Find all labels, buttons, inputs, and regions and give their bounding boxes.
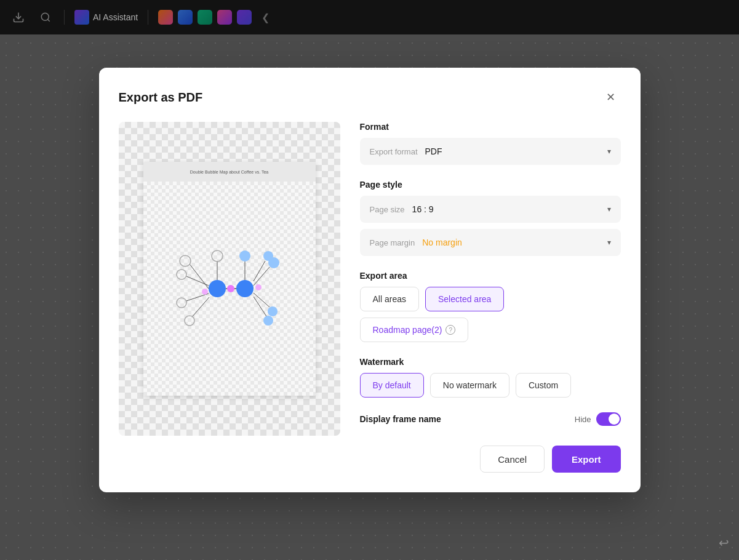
format-placeholder: Export format <box>370 147 418 156</box>
svg-point-15 <box>212 250 223 262</box>
svg-point-26 <box>239 250 250 262</box>
selected-area-button[interactable]: Selected area <box>425 287 504 311</box>
settings-panel: Format Export format PDF ▾ Page style <box>360 122 621 473</box>
by-default-button[interactable]: By default <box>360 373 424 398</box>
preview-page-content <box>143 182 316 396</box>
hide-toggle[interactable] <box>596 412 621 426</box>
close-button[interactable]: ✕ <box>601 87 621 107</box>
export-area-buttons: All areas Selected area <box>360 287 621 311</box>
svg-line-23 <box>254 297 266 316</box>
no-watermark-button[interactable]: No watermark <box>430 373 509 398</box>
format-value: PDF <box>425 146 442 156</box>
page-size-placeholder: Page size <box>370 205 405 214</box>
svg-point-7 <box>180 255 191 266</box>
custom-button[interactable]: Custom <box>516 373 571 398</box>
page-margin-placeholder: Page margin <box>370 238 415 247</box>
svg-line-8 <box>186 276 209 286</box>
svg-point-20 <box>263 251 273 261</box>
display-frame-section: Display frame name Hide <box>360 412 621 426</box>
format-dropdown-arrow: ▾ <box>607 147 611 156</box>
svg-line-19 <box>254 261 265 281</box>
preview-page-title: Double Bubble Map about Coffee vs. Tea <box>190 170 268 174</box>
page-margin-value: No margin <box>422 238 462 247</box>
svg-point-3 <box>209 280 226 297</box>
mindmap-diagram <box>168 227 291 350</box>
export-area-label: Export area <box>360 271 621 281</box>
page-style-section: Page style Page size 16 : 9 ▾ Page margi… <box>360 180 621 256</box>
watermark-buttons: By default No watermark Custom <box>360 373 621 398</box>
svg-line-17 <box>254 267 270 286</box>
svg-line-6 <box>190 264 209 289</box>
svg-point-27 <box>202 289 208 295</box>
svg-point-24 <box>263 316 273 326</box>
preview-container: Double Bubble Map about Coffee vs. Tea <box>119 122 340 436</box>
svg-point-9 <box>177 270 186 279</box>
page-style-label: Page style <box>360 180 621 190</box>
format-dropdown[interactable]: Export format PDF ▾ <box>360 138 621 165</box>
page-size-dropdown-arrow: ▾ <box>607 205 611 214</box>
action-buttons: Cancel Export <box>360 446 621 473</box>
modal-overlay: Export as PDF ✕ Double Bubble Map about … <box>0 0 739 560</box>
svg-point-22 <box>268 306 278 316</box>
roadmap-page-button[interactable]: Roadmap page(2) ? <box>360 318 469 342</box>
cancel-button[interactable]: Cancel <box>480 446 545 473</box>
preview-panel: Double Bubble Map about Coffee vs. Tea <box>119 122 340 473</box>
svg-point-4 <box>236 280 254 297</box>
page-margin-dropdown-arrow: ▾ <box>607 238 611 247</box>
watermark-label: Watermark <box>360 357 621 367</box>
svg-point-11 <box>177 298 186 308</box>
display-frame-label: Display frame name <box>360 414 441 424</box>
svg-point-13 <box>185 316 194 326</box>
modal-header: Export as PDF ✕ <box>119 87 621 107</box>
page-margin-dropdown[interactable]: Page margin No margin ▾ <box>360 229 621 256</box>
svg-point-16 <box>227 285 234 292</box>
svg-line-12 <box>193 297 209 316</box>
page-size-dropdown[interactable]: Page size 16 : 9 ▾ <box>360 196 621 223</box>
svg-point-28 <box>255 284 262 290</box>
export-area-section: Export area All areas Selected area Road… <box>360 271 621 342</box>
page-size-value: 16 : 9 <box>412 204 434 214</box>
roadmap-label: Roadmap page(2) <box>373 325 442 335</box>
info-icon: ? <box>445 325 455 335</box>
modal-title: Export as PDF <box>119 90 203 105</box>
format-section: Format Export format PDF ▾ <box>360 122 621 165</box>
hide-label: Hide <box>575 415 591 424</box>
export-modal: Export as PDF ✕ Double Bubble Map about … <box>99 68 641 492</box>
format-label: Format <box>360 122 621 132</box>
modal-body: Double Bubble Map about Coffee vs. Tea <box>119 122 621 473</box>
preview-page-header: Double Bubble Map about Coffee vs. Tea <box>143 162 316 182</box>
preview-page: Double Bubble Map about Coffee vs. Tea <box>143 162 316 396</box>
watermark-section: Watermark By default No watermark Custom <box>360 357 621 398</box>
export-button[interactable]: Export <box>552 446 621 473</box>
all-areas-button[interactable]: All areas <box>360 287 419 311</box>
